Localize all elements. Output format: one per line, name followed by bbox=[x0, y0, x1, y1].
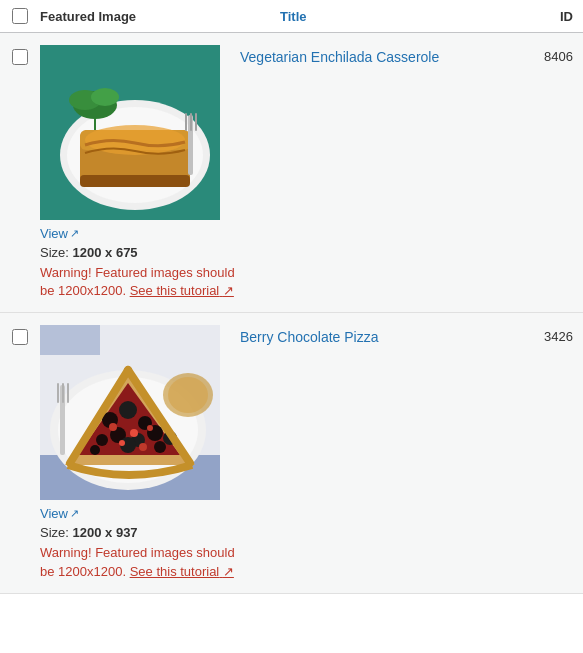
row-2-checkbox-container[interactable] bbox=[0, 325, 40, 345]
row-1-featured-image: View ↗ Size: 1200 x 675 Warning! Feature… bbox=[40, 45, 240, 300]
row-1-view-link[interactable]: View ↗ bbox=[40, 226, 79, 241]
svg-point-26 bbox=[96, 434, 108, 446]
row-1-id: 8406 bbox=[523, 45, 583, 64]
svg-rect-37 bbox=[57, 383, 59, 403]
row-2-view-link[interactable]: View ↗ bbox=[40, 506, 79, 521]
svg-rect-39 bbox=[67, 383, 69, 403]
svg-point-35 bbox=[139, 443, 147, 451]
row-1-checkbox-container[interactable] bbox=[0, 45, 40, 65]
posts-table: Featured Image Title ID bbox=[0, 0, 583, 594]
id-column-header: ID bbox=[523, 9, 583, 24]
row-1-post-title-link[interactable]: Vegetarian Enchilada Casserole bbox=[240, 49, 439, 65]
row-1-warning: Warning! Featured images should be 1200x… bbox=[40, 264, 240, 300]
row-1-image bbox=[40, 45, 220, 220]
row-1-checkbox[interactable] bbox=[12, 49, 28, 65]
svg-point-21 bbox=[119, 401, 137, 419]
svg-rect-6 bbox=[80, 175, 190, 187]
row-2-post-title-link[interactable]: Berry Chocolate Pizza bbox=[240, 329, 379, 345]
row-2-warning: Warning! Featured images should be 1200x… bbox=[40, 544, 240, 580]
svg-point-31 bbox=[109, 423, 117, 431]
row-2-featured-image: View ↗ Size: 1200 x 937 Warning! Feature… bbox=[40, 325, 240, 580]
row-2-id: 3426 bbox=[523, 325, 583, 344]
svg-rect-17 bbox=[40, 325, 100, 355]
select-all-checkbox-container[interactable] bbox=[0, 8, 40, 24]
row-2-image bbox=[40, 325, 220, 500]
svg-point-41 bbox=[168, 377, 208, 413]
row-2-image-meta: View ↗ Size: 1200 x 937 Warning! Feature… bbox=[40, 506, 240, 580]
row-1-size: Size: 1200 x 675 bbox=[40, 245, 240, 260]
svg-rect-12 bbox=[185, 113, 187, 131]
external-link-icon: ↗ bbox=[70, 227, 79, 240]
svg-point-32 bbox=[130, 429, 138, 437]
tutorial-link-icon: ↗ bbox=[223, 283, 234, 298]
external-link-icon-2: ↗ bbox=[70, 507, 79, 520]
featured-image-column-header: Featured Image bbox=[40, 9, 280, 24]
row-2-size: Size: 1200 x 937 bbox=[40, 525, 240, 540]
row-1-title: Vegetarian Enchilada Casserole bbox=[240, 45, 523, 65]
svg-point-9 bbox=[91, 88, 119, 106]
svg-rect-13 bbox=[190, 113, 192, 131]
svg-point-28 bbox=[90, 445, 100, 455]
row-1-tutorial-link[interactable]: See this tutorial ↗ bbox=[130, 283, 234, 298]
table-header: Featured Image Title ID bbox=[0, 0, 583, 33]
row-1-size-value: 1200 x 675 bbox=[73, 245, 138, 260]
select-all-checkbox[interactable] bbox=[12, 8, 28, 24]
svg-point-33 bbox=[147, 425, 153, 431]
row-2-size-value: 1200 x 937 bbox=[73, 525, 138, 540]
table-row: View ↗ Size: 1200 x 937 Warning! Feature… bbox=[0, 313, 583, 593]
title-column-header[interactable]: Title bbox=[280, 9, 523, 24]
row-2-title: Berry Chocolate Pizza bbox=[240, 325, 523, 345]
svg-rect-38 bbox=[62, 383, 64, 403]
row-1-image-meta: View ↗ Size: 1200 x 675 Warning! Feature… bbox=[40, 226, 240, 300]
svg-point-29 bbox=[154, 441, 166, 453]
table-row: View ↗ Size: 1200 x 675 Warning! Feature… bbox=[0, 33, 583, 313]
svg-point-34 bbox=[119, 440, 125, 446]
row-2-tutorial-link[interactable]: See this tutorial ↗ bbox=[130, 564, 234, 579]
row-2-checkbox[interactable] bbox=[12, 329, 28, 345]
tutorial-link-icon-2: ↗ bbox=[223, 564, 234, 579]
svg-rect-14 bbox=[195, 113, 197, 131]
